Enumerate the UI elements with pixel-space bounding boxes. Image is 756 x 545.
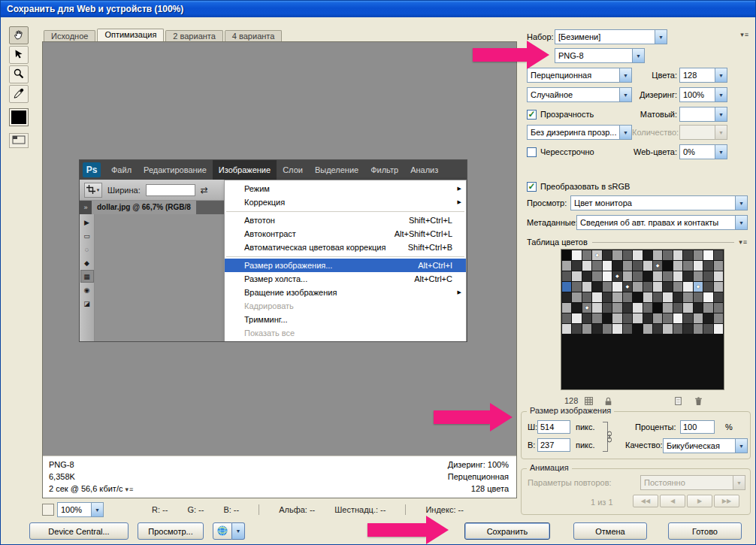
color-swatch[interactable]	[633, 271, 642, 281]
color-swatch[interactable]	[603, 271, 612, 281]
color-swatch[interactable]	[663, 271, 672, 281]
color-swatch[interactable]	[633, 261, 642, 271]
embedded-menu-title[interactable]: Редактирование	[138, 160, 213, 180]
color-swatch[interactable]	[663, 292, 672, 302]
embedded-menu-title[interactable]: Выделение	[309, 160, 364, 180]
color-swatch[interactable]	[562, 324, 571, 334]
color-swatch[interactable]	[643, 261, 652, 271]
color-reduction-select[interactable]: Перцепционная	[527, 68, 632, 83]
color-swatch[interactable]	[643, 303, 652, 313]
color-swatch[interactable]	[603, 324, 612, 334]
color-swatch[interactable]	[653, 303, 662, 313]
zoom-tool-button[interactable]	[9, 65, 29, 83]
color-swatch[interactable]	[623, 261, 632, 271]
color-swatch[interactable]	[653, 282, 662, 292]
embedded-menu-title[interactable]: Слои	[277, 160, 309, 180]
menu-item[interactable]: Размер изображения... Alt+Ctrl+I	[225, 259, 466, 272]
interlaced-checkbox[interactable]	[527, 147, 537, 157]
color-swatch[interactable]	[663, 282, 672, 292]
eyedropper-color-swatch[interactable]	[10, 109, 28, 126]
embedded-tool-button[interactable]: ◪	[81, 298, 93, 309]
color-swatch[interactable]	[572, 261, 581, 271]
browser-preview-button[interactable]	[213, 522, 232, 540]
embedded-tool-button[interactable]: ▦	[81, 271, 93, 282]
preview-tab[interactable]: Исходное	[44, 30, 95, 41]
preview-tab[interactable]: 2 варианта	[165, 30, 223, 41]
color-swatch[interactable]	[694, 313, 703, 323]
color-swatch[interactable]	[694, 292, 703, 302]
transparency-dither-select[interactable]: Без дизеринга прозр...	[527, 125, 632, 140]
color-swatch[interactable]	[673, 292, 682, 302]
color-swatch[interactable]	[683, 250, 692, 260]
embedded-tool-button[interactable]: ◉	[81, 284, 93, 295]
color-swatch[interactable]	[623, 313, 632, 323]
menu-item[interactable]: Вращение изображения	[225, 286, 466, 299]
color-swatch[interactable]	[603, 303, 612, 313]
color-swatch[interactable]	[582, 261, 591, 271]
double-chevron-icon[interactable]: »	[80, 201, 92, 214]
device-central-button[interactable]: Device Central...	[29, 522, 129, 540]
color-swatch[interactable]	[683, 271, 692, 281]
metadata-select[interactable]: Сведения об авт. правах и контакты	[576, 215, 748, 230]
embedded-menu-title[interactable]: Изображение	[213, 160, 277, 180]
color-swatch[interactable]	[643, 324, 652, 334]
menu-item[interactable]: Размер холста... Alt+Ctrl+C	[225, 272, 466, 286]
browser-select-arrow[interactable]: ▼	[232, 522, 245, 540]
color-swatch[interactable]	[623, 271, 632, 281]
embedded-menu-title[interactable]: Файл	[105, 160, 138, 180]
color-swatch[interactable]	[714, 313, 723, 323]
titlebar[interactable]: Сохранить для Web и устройств (100%)	[1, 1, 755, 17]
slice-select-tool-button[interactable]	[9, 46, 29, 64]
color-swatch[interactable]	[663, 303, 672, 313]
color-swatch[interactable]	[694, 282, 703, 292]
save-button[interactable]: Сохранить	[464, 522, 550, 540]
color-swatch[interactable]	[612, 292, 621, 302]
color-swatch[interactable]	[603, 261, 612, 271]
color-swatch[interactable]	[683, 324, 692, 334]
color-swatch[interactable]	[694, 303, 703, 313]
done-button[interactable]: Готово	[668, 522, 742, 540]
color-swatch[interactable]	[683, 303, 692, 313]
color-swatch[interactable]	[694, 250, 703, 260]
color-swatch[interactable]	[623, 292, 632, 302]
color-swatch[interactable]	[562, 292, 571, 302]
color-swatch[interactable]	[562, 303, 571, 313]
color-swatch[interactable]	[683, 261, 692, 271]
color-swatch[interactable]	[612, 313, 621, 323]
color-swatch[interactable]	[714, 250, 723, 260]
color-swatch[interactable]	[653, 261, 662, 271]
color-swatch[interactable]	[703, 271, 712, 281]
hand-tool-button[interactable]	[9, 26, 29, 44]
color-swatch[interactable]	[683, 292, 692, 302]
color-swatch[interactable]	[703, 282, 712, 292]
color-swatch[interactable]	[603, 292, 612, 302]
color-swatch[interactable]	[592, 292, 601, 302]
color-swatch[interactable]	[643, 250, 652, 260]
color-swatch[interactable]	[633, 250, 642, 260]
color-swatch[interactable]	[673, 282, 682, 292]
height-input[interactable]	[537, 438, 570, 452]
preview-tab[interactable]: Оптимизация	[97, 29, 164, 41]
color-swatch[interactable]	[633, 282, 642, 292]
color-swatch[interactable]	[653, 271, 662, 281]
matte-select[interactable]	[679, 107, 727, 122]
color-swatch[interactable]	[703, 292, 712, 302]
color-swatch[interactable]	[633, 313, 642, 323]
color-swatch[interactable]	[592, 303, 601, 313]
color-swatch[interactable]	[663, 250, 672, 260]
color-swatch[interactable]	[663, 313, 672, 323]
color-swatch[interactable]	[703, 313, 712, 323]
quality-select[interactable]: Бикубическая	[663, 438, 748, 453]
colors-select[interactable]: 128	[679, 68, 727, 83]
swap-dimensions-icon[interactable]: ⇄	[201, 185, 208, 195]
eyedropper-tool-button[interactable]	[9, 85, 29, 103]
menu-item[interactable]: Автоматическая цветовая коррекция Shift+…	[225, 241, 466, 254]
percent-input[interactable]	[680, 420, 715, 434]
color-swatch[interactable]	[714, 271, 723, 281]
color-swatch[interactable]	[703, 250, 712, 260]
color-swatch[interactable]	[612, 324, 621, 334]
color-swatch[interactable]	[592, 250, 601, 260]
color-swatch[interactable]	[603, 313, 612, 323]
color-swatch[interactable]	[592, 324, 601, 334]
embedded-tool-button[interactable]: ◌	[81, 244, 93, 255]
